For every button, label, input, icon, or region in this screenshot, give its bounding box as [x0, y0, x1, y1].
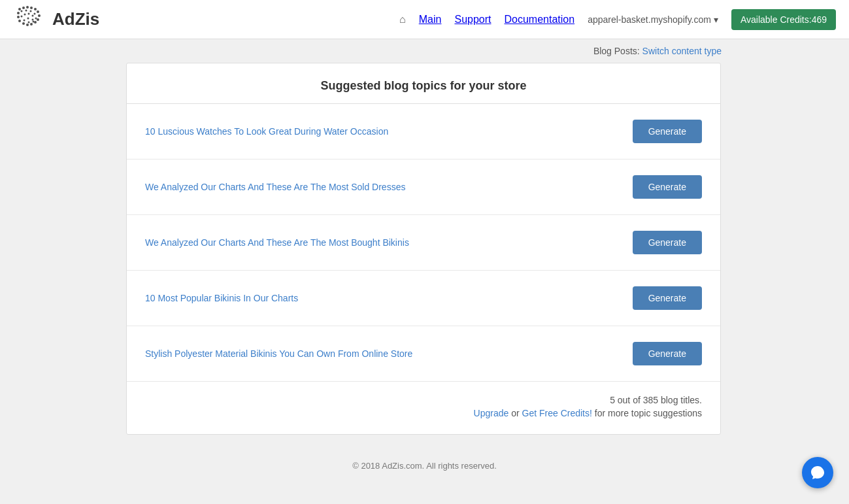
- generate-button[interactable]: Generate: [633, 175, 702, 199]
- stats-count: 5 out of 385 blog titles.: [145, 395, 702, 405]
- svg-point-23: [21, 15, 23, 17]
- card-title: Suggested blog topics for your store: [320, 79, 526, 92]
- brand-logo-link[interactable]: AdZis: [13, 3, 99, 37]
- store-name: apparel-basket.myshopify.com: [588, 14, 711, 25]
- generate-button[interactable]: Generate: [633, 231, 702, 254]
- svg-point-12: [18, 20, 21, 22]
- card-header: Suggested blog topics for your store: [127, 63, 720, 104]
- generate-button[interactable]: Generate: [633, 120, 702, 143]
- chat-icon: [810, 465, 825, 480]
- topics-list: 10 Luscious Watches To Look Great During…: [127, 104, 720, 382]
- page-footer: © 2018 AdZis.com. All rights reserved.: [0, 448, 849, 484]
- svg-point-16: [25, 9, 27, 11]
- credits-badge: Available Credits:469: [731, 9, 836, 30]
- svg-point-15: [21, 10, 23, 12]
- nav-main-link[interactable]: Main: [419, 14, 442, 25]
- main-card: Suggested blog topics for your store 10 …: [126, 63, 721, 435]
- svg-point-14: [17, 12, 20, 14]
- generate-button[interactable]: Generate: [633, 342, 702, 365]
- svg-point-19: [35, 17, 37, 19]
- svg-point-10: [26, 24, 29, 26]
- topic-row: We Analyzed Our Charts And These Are The…: [127, 160, 720, 215]
- topic-text: We Analyzed Our Charts And These Are The…: [145, 237, 633, 248]
- topic-row: 10 Luscious Watches To Look Great During…: [127, 104, 720, 160]
- stats-count-text: 5 out of 385 blog titles.: [610, 395, 702, 405]
- svg-point-1: [22, 7, 25, 9]
- svg-point-26: [32, 14, 34, 16]
- content-type-label: Blog Posts:: [593, 46, 640, 56]
- or-text: or: [511, 408, 522, 418]
- brand-name: AdZis: [52, 9, 99, 29]
- svg-point-17: [30, 10, 32, 12]
- upgrade-link[interactable]: Upgrade: [474, 408, 509, 418]
- topic-row: We Analyzed Our Charts And These Are The…: [127, 215, 720, 271]
- svg-point-8: [34, 21, 37, 24]
- topic-row: 10 Most Popular Bikinis In Our ChartsGen…: [127, 271, 720, 326]
- topic-text: 10 Luscious Watches To Look Great During…: [145, 126, 633, 137]
- topic-text: 10 Most Popular Bikinis In Our Charts: [145, 293, 633, 303]
- svg-point-28: [27, 17, 29, 19]
- navbar: AdZis ⌂ Main Support Documentation appar…: [0, 0, 849, 39]
- svg-point-3: [30, 7, 33, 9]
- topic-text: We Analyzed Our Charts And These Are The…: [145, 182, 633, 192]
- svg-point-18: [34, 12, 36, 14]
- suffix-text: for more topic suggestions: [595, 408, 702, 418]
- svg-point-11: [22, 22, 25, 25]
- free-credits-link[interactable]: Get Free Credits!: [522, 408, 592, 418]
- svg-point-6: [38, 14, 41, 17]
- card-footer: 5 out of 385 blog titles. Upgrade or Get…: [127, 382, 720, 434]
- topic-row: Stylish Polyester Material Bikinis You C…: [127, 326, 720, 382]
- dropdown-arrow-icon: ▾: [714, 14, 718, 25]
- svg-point-0: [18, 8, 21, 10]
- generate-button[interactable]: Generate: [633, 286, 702, 310]
- nav-documentation-link[interactable]: Documentation: [505, 14, 575, 25]
- content-type-bar: Blog Posts: Switch content type: [0, 39, 849, 63]
- stats-links: Upgrade or Get Free Credits! for more to…: [145, 408, 702, 418]
- svg-point-13: [17, 16, 20, 18]
- switch-content-type-link[interactable]: Switch content type: [642, 46, 722, 56]
- footer-text: © 2018 AdZis.com. All rights reserved.: [352, 461, 497, 471]
- svg-point-9: [30, 23, 33, 25]
- brand-logo-icon: [13, 3, 47, 37]
- topic-text: Stylish Polyester Material Bikinis You C…: [145, 348, 633, 359]
- svg-point-2: [26, 6, 29, 8]
- store-dropdown[interactable]: apparel-basket.myshopify.com ▾: [588, 14, 718, 25]
- svg-point-21: [28, 21, 30, 23]
- svg-point-24: [24, 13, 26, 15]
- svg-point-7: [37, 18, 39, 21]
- chat-bubble-button[interactable]: [802, 457, 833, 488]
- svg-point-20: [33, 20, 35, 22]
- svg-point-5: [37, 10, 39, 13]
- svg-point-4: [34, 8, 37, 10]
- svg-point-22: [24, 19, 25, 21]
- svg-point-25: [28, 12, 30, 14]
- nav-support-link[interactable]: Support: [454, 14, 491, 25]
- svg-point-27: [32, 18, 34, 20]
- home-icon[interactable]: ⌂: [399, 14, 406, 25]
